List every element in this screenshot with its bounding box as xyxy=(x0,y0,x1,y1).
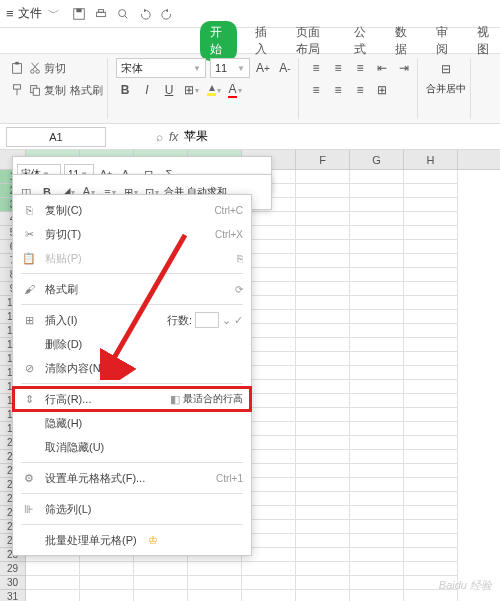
merge-label[interactable]: 合并居中 xyxy=(426,82,466,96)
fill-color-button[interactable]: ▾ xyxy=(204,81,222,99)
cell[interactable] xyxy=(350,324,404,338)
cell[interactable] xyxy=(404,408,458,422)
cell[interactable] xyxy=(134,562,188,576)
font-color-button[interactable]: A▾ xyxy=(226,81,244,99)
ctx-cell-format[interactable]: ⚙设置单元格格式(F)...Ctrl+1 xyxy=(13,466,251,490)
cell[interactable] xyxy=(404,506,458,520)
cell[interactable] xyxy=(404,464,458,478)
cell[interactable] xyxy=(296,520,350,534)
border-button[interactable]: ⊞▾ xyxy=(182,81,200,99)
ctx-row-height[interactable]: ⇕行高(R)...◧最适合的行高 xyxy=(13,387,251,411)
cell[interactable] xyxy=(404,436,458,450)
cell[interactable] xyxy=(26,576,80,590)
cell[interactable] xyxy=(296,310,350,324)
cell[interactable] xyxy=(80,590,134,601)
cell[interactable] xyxy=(296,366,350,380)
cut-button[interactable]: 剪切 xyxy=(28,61,66,76)
cell[interactable] xyxy=(80,576,134,590)
grow-font-icon[interactable]: A+ xyxy=(254,59,272,77)
cell[interactable] xyxy=(296,478,350,492)
save-icon[interactable] xyxy=(70,5,88,23)
cell[interactable] xyxy=(350,282,404,296)
cell[interactable] xyxy=(350,240,404,254)
cell[interactable] xyxy=(404,296,458,310)
cell[interactable] xyxy=(404,450,458,464)
redo-icon[interactable] xyxy=(158,5,176,23)
tab-insert[interactable]: 插入 xyxy=(249,21,278,61)
cell[interactable] xyxy=(404,212,458,226)
ctx-filter[interactable]: ⊪筛选列(L) xyxy=(13,497,251,521)
cell[interactable] xyxy=(404,240,458,254)
check-icon[interactable]: ✓ xyxy=(234,314,243,327)
cell[interactable] xyxy=(134,576,188,590)
cell[interactable] xyxy=(26,590,80,601)
col-header[interactable]: H xyxy=(404,150,458,169)
search-icon[interactable]: ⌕ xyxy=(156,130,163,144)
cell[interactable] xyxy=(296,436,350,450)
cell[interactable] xyxy=(296,576,350,590)
cell[interactable] xyxy=(350,254,404,268)
cell[interactable] xyxy=(350,352,404,366)
cell[interactable] xyxy=(26,562,80,576)
cell[interactable] xyxy=(350,562,404,576)
align-left-icon[interactable]: ≡ xyxy=(307,81,325,99)
cell[interactable] xyxy=(350,366,404,380)
tab-start[interactable]: 开始 xyxy=(200,21,237,61)
cell[interactable] xyxy=(404,282,458,296)
ctx-hide[interactable]: 隐藏(H) xyxy=(13,411,251,435)
cell[interactable] xyxy=(296,534,350,548)
cell[interactable] xyxy=(350,380,404,394)
cell[interactable] xyxy=(296,450,350,464)
name-box[interactable]: A1 xyxy=(6,127,106,147)
cell[interactable] xyxy=(296,198,350,212)
cell[interactable] xyxy=(80,562,134,576)
cell[interactable] xyxy=(404,310,458,324)
cell[interactable] xyxy=(296,380,350,394)
cell[interactable] xyxy=(404,226,458,240)
cell[interactable] xyxy=(350,534,404,548)
cell[interactable] xyxy=(350,170,404,184)
cell[interactable] xyxy=(350,450,404,464)
cell[interactable] xyxy=(350,436,404,450)
align-right-icon[interactable]: ≡ xyxy=(351,81,369,99)
cell[interactable] xyxy=(242,590,296,601)
cell[interactable] xyxy=(350,464,404,478)
cell[interactable] xyxy=(350,394,404,408)
cell[interactable] xyxy=(404,534,458,548)
tab-view[interactable]: 视图 xyxy=(471,21,500,61)
ctx-batch[interactable]: 批量处理单元格(P)♔ xyxy=(13,528,251,552)
cell[interactable] xyxy=(350,590,404,601)
cell[interactable] xyxy=(404,394,458,408)
cell[interactable] xyxy=(350,548,404,562)
cell[interactable] xyxy=(404,198,458,212)
tab-data[interactable]: 数据 xyxy=(389,21,418,61)
cell[interactable] xyxy=(296,254,350,268)
format-painter-button[interactable] xyxy=(10,83,24,97)
cell[interactable] xyxy=(350,576,404,590)
cell[interactable] xyxy=(296,282,350,296)
cell[interactable] xyxy=(404,254,458,268)
row-header[interactable]: 29 xyxy=(0,562,26,576)
cell[interactable] xyxy=(296,324,350,338)
cell[interactable] xyxy=(350,478,404,492)
cell[interactable] xyxy=(188,590,242,601)
cell[interactable] xyxy=(350,520,404,534)
paste-button[interactable] xyxy=(10,61,24,75)
cell[interactable] xyxy=(296,464,350,478)
cell[interactable] xyxy=(296,394,350,408)
cell[interactable] xyxy=(350,506,404,520)
cell[interactable] xyxy=(296,184,350,198)
cell[interactable] xyxy=(350,268,404,282)
align-bot-icon[interactable]: ≡ xyxy=(351,59,369,77)
tab-formula[interactable]: 公式 xyxy=(348,21,377,61)
cell[interactable] xyxy=(296,408,350,422)
menu-icon[interactable]: ≡ xyxy=(6,6,14,21)
cell[interactable] xyxy=(404,548,458,562)
cell[interactable] xyxy=(404,184,458,198)
cell[interactable] xyxy=(404,562,458,576)
align-top-icon[interactable]: ≡ xyxy=(307,59,325,77)
preview-icon[interactable] xyxy=(114,5,132,23)
cell[interactable] xyxy=(296,590,350,601)
cell[interactable] xyxy=(404,422,458,436)
cell[interactable] xyxy=(404,338,458,352)
